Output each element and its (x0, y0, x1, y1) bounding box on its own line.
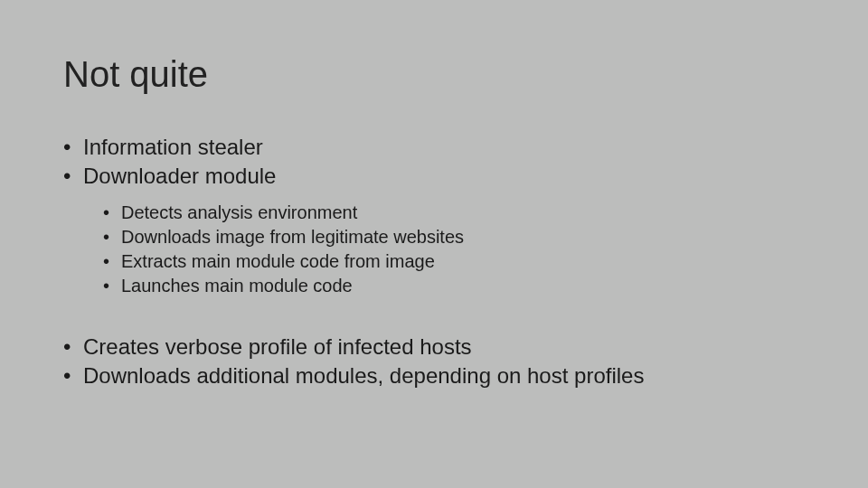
slide-title: Not quite (63, 54, 805, 95)
list-item: Extracts main module code from image (103, 249, 805, 274)
spacer (63, 307, 805, 333)
bullet-list-sub: Detects analysis environment Downloads i… (63, 201, 805, 298)
list-item: Information stealer (63, 133, 805, 162)
list-item: Launches main module code (103, 274, 805, 298)
slide: Not quite Information stealer Downloader… (0, 0, 868, 427)
bullet-list-bottom: Creates verbose profile of infected host… (63, 333, 805, 391)
list-item: Creates verbose profile of infected host… (63, 333, 805, 361)
list-item: Downloads additional modules, depending … (63, 361, 805, 390)
list-item: Downloads image from legitimate websites (103, 225, 805, 249)
bullet-list-top: Information stealer Downloader module (63, 133, 805, 192)
list-item: Downloader module (63, 162, 805, 191)
list-item: Detects analysis environment (103, 201, 805, 225)
